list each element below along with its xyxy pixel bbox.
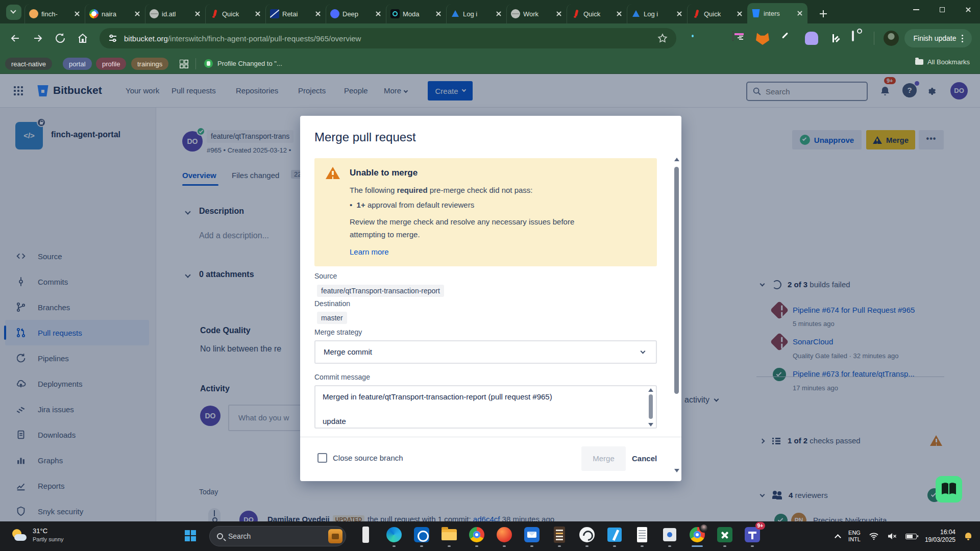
close-source-branch-checkbox[interactable] (317, 453, 327, 463)
tab-close-icon[interactable] (375, 10, 382, 17)
hidden-icons-chevron[interactable] (835, 534, 841, 541)
tab-close-icon[interactable] (676, 10, 683, 17)
forward-icon[interactable] (32, 32, 44, 44)
tab-group-react-native[interactable]: react-native (5, 58, 52, 70)
vscode-icon[interactable] (605, 525, 624, 544)
reload-icon[interactable] (54, 32, 66, 44)
notes-icon[interactable] (550, 525, 569, 544)
scroll-up-icon[interactable] (674, 158, 679, 161)
cancel-button[interactable]: Cancel (632, 446, 657, 471)
scrollbar-thumb[interactable] (674, 167, 679, 394)
teams-icon[interactable]: 9+ (743, 525, 762, 544)
site-settings-icon[interactable] (108, 33, 118, 43)
tab-close-icon[interactable] (616, 10, 623, 17)
home-icon[interactable] (77, 32, 89, 44)
language-indicator[interactable]: ENGINTL (848, 530, 861, 543)
window-extension-icon[interactable] (732, 31, 733, 41)
tab-group-trainings[interactable]: trainings (131, 58, 168, 70)
file-explorer-icon[interactable] (440, 525, 458, 544)
battery-icon[interactable] (905, 534, 917, 539)
browser-tab[interactable]: Moda (386, 4, 446, 23)
notification-bell-icon[interactable] (964, 532, 973, 541)
browser-tab[interactable]: Quick (205, 4, 265, 23)
bookmark-star-icon[interactable] (657, 33, 668, 44)
volume-muted-icon[interactable] (887, 532, 897, 540)
pinned-app-icon[interactable] (357, 525, 376, 544)
commit-message-textarea[interactable]: Merged in feature/qtTransport-transactio… (314, 385, 657, 429)
tab-close-icon[interactable] (495, 10, 502, 17)
weather-condition[interactable]: Partly sunny (33, 536, 64, 542)
phantom-ghost-extension-icon[interactable] (805, 32, 818, 45)
modal-scrollbar[interactable] (673, 156, 680, 474)
browser-tab[interactable]: finch- (24, 4, 85, 23)
browser-tab[interactable]: id.atl (145, 4, 205, 23)
browser-tab[interactable]: naira (85, 4, 145, 23)
extensions-puzzle-icon[interactable] (852, 31, 854, 41)
excel-icon[interactable] (716, 525, 734, 544)
metamask-fox-extension-icon[interactable] (756, 32, 769, 45)
chrome-active-icon[interactable] (688, 525, 706, 544)
folder-icon (915, 59, 923, 65)
back-icon[interactable] (9, 32, 21, 44)
url-bar[interactable]: bitbucket.org/interswitch/finch-agent-po… (100, 28, 676, 48)
merge-strategy-label: Merge strategy (314, 328, 362, 336)
reader-extension-icon[interactable] (936, 476, 962, 503)
browser-tab[interactable]: Log i (627, 4, 687, 23)
browser-tab[interactable]: Quick (567, 4, 627, 23)
scrollbar-thumb[interactable] (649, 394, 653, 419)
browser-tab[interactable]: Deep (326, 4, 386, 23)
destination-label: Destination (314, 299, 350, 308)
mail-icon[interactable] (523, 525, 541, 544)
system-tray: ENGINTL 16:0419/03/2025 (836, 521, 980, 551)
wifi-icon[interactable] (869, 532, 879, 540)
close-source-branch-label[interactable]: Close source branch (333, 454, 403, 462)
tab-close-icon[interactable] (254, 10, 261, 17)
tab-search-button[interactable] (6, 5, 21, 20)
deepseek-favicon-icon (330, 9, 339, 18)
finish-update-button[interactable]: Finish update (904, 29, 972, 47)
whatsapp-icon[interactable] (578, 525, 596, 544)
browser-tab-active[interactable]: inters (747, 3, 807, 23)
clock[interactable]: 16:0419/03/2025 (925, 529, 955, 544)
textarea-scrollbar[interactable] (648, 387, 654, 428)
browser-tab[interactable]: Quick (687, 4, 747, 23)
scroll-up-icon[interactable] (648, 388, 653, 392)
window-minimize-button[interactable] (904, 0, 928, 20)
tab-group-profile[interactable]: profile (96, 58, 126, 70)
all-bookmarks-button[interactable]: All Bookmarks (915, 58, 970, 66)
kebab-menu-icon (962, 38, 963, 39)
new-tab-button[interactable] (817, 7, 830, 20)
axa-favicon-icon (270, 9, 279, 18)
outlook-icon[interactable] (412, 525, 431, 544)
tab-close-icon[interactable] (134, 10, 141, 17)
tab-close-icon[interactable] (555, 10, 562, 17)
weather-icon (11, 528, 29, 544)
merge-strategy-select[interactable]: Merge commit (314, 340, 657, 364)
tab-close-icon[interactable] (796, 10, 803, 17)
opera-icon[interactable] (495, 525, 513, 544)
weather-temp[interactable]: 31°C (33, 527, 47, 535)
bookmark-apps-grid-icon[interactable] (180, 60, 187, 67)
taskbar-search[interactable]: Search (209, 526, 346, 546)
window-close-button[interactable] (957, 0, 980, 20)
browser-tab[interactable]: Retai (265, 4, 326, 23)
window-maximize-button[interactable] (931, 0, 954, 20)
tab-close-icon[interactable] (435, 10, 442, 17)
tab-close-icon[interactable] (736, 10, 743, 17)
start-button[interactable] (185, 530, 197, 542)
tab-close-icon[interactable] (194, 10, 201, 17)
scroll-down-icon[interactable] (648, 423, 653, 427)
tab-close-icon[interactable] (74, 10, 81, 17)
tab-close-icon[interactable] (314, 10, 322, 17)
snipping-tool-icon[interactable] (660, 525, 679, 544)
tab-group-portal[interactable]: portal (63, 58, 92, 70)
browser-profile-avatar[interactable] (884, 31, 899, 46)
learn-more-link[interactable]: Learn more (350, 247, 389, 256)
browser-tab[interactable]: Log i (446, 4, 506, 23)
chrome-icon[interactable] (468, 525, 486, 544)
browser-tab[interactable]: Work (506, 4, 567, 23)
bookmark-item[interactable]: Profile Changed to "... (217, 60, 282, 67)
notepad-icon[interactable] (633, 525, 651, 544)
edge-icon[interactable] (385, 525, 403, 544)
merge-button-disabled[interactable]: Merge (581, 446, 626, 471)
